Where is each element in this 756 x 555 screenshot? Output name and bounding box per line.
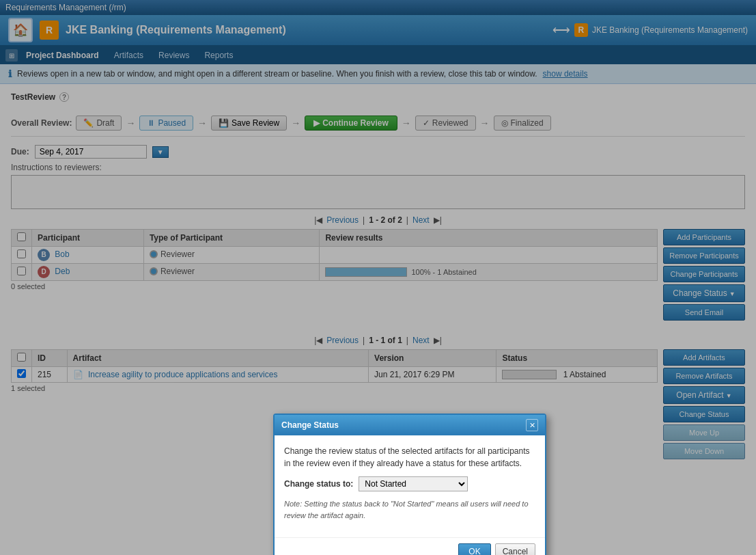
modal-description: Change the review status of the selected… <box>284 445 535 470</box>
modal-close-button[interactable]: ✕ <box>526 419 538 431</box>
modal-header: Change Status ✕ <box>275 415 545 435</box>
modal-footer: OK Cancel <box>275 537 545 555</box>
modal-change-to-row: Change status to: Not Started Approved R… <box>284 476 535 491</box>
modal-body: Change the review status of the selected… <box>275 435 545 537</box>
modal-cancel-button[interactable]: Cancel <box>495 543 535 555</box>
change-status-modal: Change Status ✕ Change the review status… <box>273 414 546 555</box>
modal-ok-button[interactable]: OK <box>458 543 490 555</box>
change-to-label: Change status to: <box>284 479 353 489</box>
modal-overlay[interactable]: Change Status ✕ Change the review status… <box>0 0 756 555</box>
modal-title: Change Status <box>281 420 339 430</box>
modal-note: Note: Setting the status back to "Not St… <box>284 498 535 521</box>
change-status-select[interactable]: Not Started Approved Rejected Abstained <box>359 476 468 491</box>
